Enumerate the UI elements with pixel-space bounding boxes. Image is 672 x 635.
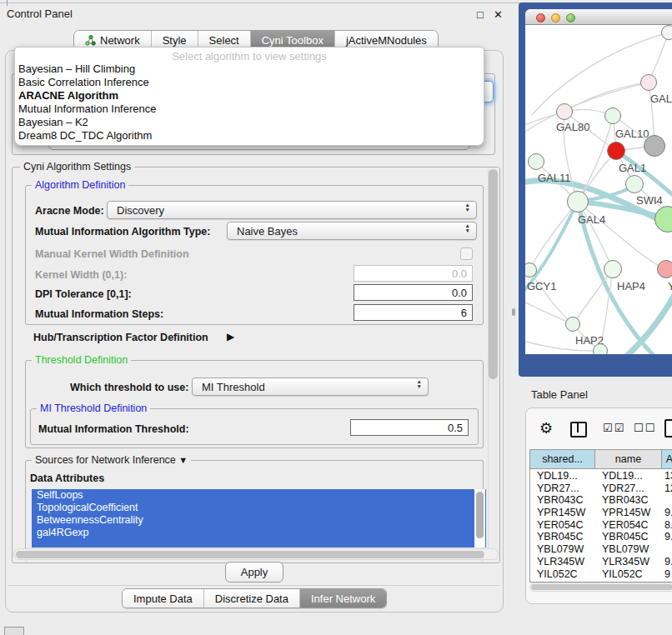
algorithm-option[interactable]: Bayesian – K2 <box>18 116 480 129</box>
table-cell: YBR045C <box>530 531 595 543</box>
tab-infer-network[interactable]: Infer Network <box>300 589 386 608</box>
table-cell <box>662 494 672 507</box>
table-row[interactable]: YER054CYER054C8. <box>530 519 672 532</box>
apply-button[interactable]: Apply <box>225 562 283 582</box>
stepper-arrows-icon: ▲▼ <box>465 223 470 233</box>
panel-splitter-handle[interactable] <box>512 308 515 316</box>
algorithm-option[interactable]: Basic Correlation Inference <box>18 76 480 89</box>
node-table: shared... name A YDL19...YDL19...13YDR27… <box>529 449 672 582</box>
table-cell: YDR27... <box>595 482 662 495</box>
column-header-extra[interactable]: A <box>662 450 672 469</box>
table-cell: YDL19... <box>530 470 595 482</box>
select-all-checks-icon[interactable]: ☑☑ <box>603 422 625 434</box>
table-row[interactable]: YPR145WYPR145W9. <box>530 507 672 519</box>
which-threshold-combobox[interactable]: MI Threshold ▲▼ <box>192 378 429 396</box>
network-node[interactable] <box>593 343 608 354</box>
algorithm-dropdown-list: Select algorithm to view settings Bayesi… <box>14 47 484 146</box>
dock-panel-icon[interactable] <box>4 627 24 635</box>
deselect-all-checks-icon[interactable]: ☐☐ <box>634 422 656 434</box>
network-node-gal4[interactable] <box>567 191 589 212</box>
close-traffic-light[interactable] <box>536 13 545 22</box>
stepper-arrows-icon: ▲▼ <box>417 379 422 389</box>
network-node-gal80[interactable] <box>556 103 573 120</box>
columns-icon[interactable] <box>570 422 587 438</box>
dropdown-placeholder: Select algorithm to view settings <box>15 50 484 62</box>
column-header-name[interactable]: name <box>595 450 662 469</box>
table-cell: 13 <box>662 470 672 482</box>
table-row[interactable]: YBR043CYBR043C <box>530 494 672 507</box>
algorithm-option[interactable]: Bayesian – Hill Climbing <box>18 62 480 76</box>
table-cell: YDL19... <box>595 470 662 482</box>
table-row[interactable]: YBL079WYBL079W <box>530 543 672 556</box>
table-cell: 9 <box>662 568 672 581</box>
table-cell: YDR27... <box>530 482 595 495</box>
network-node[interactable] <box>661 25 672 40</box>
data-attribute-item-selected[interactable]: gal4RGexp <box>32 527 486 539</box>
expand-right-icon[interactable]: ▶ <box>227 331 234 342</box>
minimize-traffic-light[interactable] <box>551 13 560 22</box>
network-window-titlebar[interactable] <box>525 9 672 25</box>
settings-hscrollbar-thumb[interactable] <box>16 551 484 558</box>
tab-impute-data[interactable]: Impute Data <box>123 589 204 608</box>
attributes-scrollbar-thumb[interactable] <box>476 492 484 538</box>
network-node-hap2[interactable] <box>565 317 580 332</box>
data-attribute-item-selected[interactable]: TopologicalCoefficient <box>32 502 486 514</box>
tab-label: Impute Data <box>133 592 193 605</box>
column-header-shared[interactable]: shared... <box>530 450 595 469</box>
mi-type-label: Mutual Information Algorithm Type: <box>35 226 210 238</box>
network-canvas[interactable]: GALGAL80GAL10GAL1GAL11SWI4GAL4GCY1HAP4YH… <box>525 25 672 354</box>
table-row[interactable]: YDR27...YDR27...12 <box>530 482 672 495</box>
manual-kernel-checkbox[interactable] <box>460 248 473 260</box>
dpi-tolerance-label: DPI Tolerance [0,1]: <box>35 288 132 300</box>
network-node-gal11[interactable] <box>528 153 544 170</box>
data-attributes-list[interactable]: SelfLoopsTopologicalCoefficientBetweenne… <box>32 489 486 548</box>
sources-title[interactable]: Sources for Network Inference ▼ <box>32 454 191 466</box>
data-attribute-item-selected[interactable]: SelfLoops <box>32 489 486 502</box>
settings-vscrollbar-thumb[interactable] <box>489 169 498 379</box>
aracne-mode-combobox[interactable]: Discovery ▲▼ <box>107 201 477 219</box>
algorithm-option[interactable]: ARACNE Algorithm <box>18 89 480 102</box>
zoom-traffic-light[interactable] <box>566 13 575 22</box>
stepper-arrows-icon: ▲▼ <box>465 202 470 212</box>
network-node-gal1[interactable] <box>607 142 625 160</box>
node-label: GAL11 <box>538 172 571 184</box>
close-icon[interactable]: ✕ <box>494 8 503 21</box>
mi-threshold-field[interactable]: 0.5 <box>350 419 469 436</box>
group-title: Cyni Algorithm Settings <box>20 161 134 172</box>
aracne-mode-value: Discovery <box>117 204 164 217</box>
table-row[interactable]: YIL052CYIL052C9 <box>530 568 672 581</box>
hub-definition-label[interactable]: Hub/Transcription Factor Definition <box>33 332 208 343</box>
network-window[interactable]: GALGAL80GAL10GAL1GAL11SWI4GAL4GCY1HAP4YH… <box>525 9 672 354</box>
network-node-gal10[interactable] <box>604 108 621 124</box>
collapse-down-icon[interactable]: ▼ <box>178 455 188 465</box>
table-cell: YBL079W <box>595 543 662 556</box>
tab-label: Style <box>163 34 187 47</box>
table-cell: YPR145W <box>595 507 662 519</box>
node-label: GAL80 <box>556 121 589 133</box>
network-node-swi4[interactable] <box>625 175 644 193</box>
table-row[interactable]: YDL19...YDL19...13 <box>530 470 672 482</box>
network-node-hap4[interactable] <box>604 260 622 278</box>
tab-label: jActiveMNodules <box>346 34 427 47</box>
algorithm-option[interactable]: Dream8 DC_TDC Algorithm <box>18 129 480 142</box>
mi-steps-field[interactable]: 6 <box>354 304 473 321</box>
tab-discretize-data[interactable]: Discretize Data <box>204 589 300 608</box>
table-row[interactable]: YLR345WYLR345W9. <box>530 556 672 568</box>
cyni-bottom-tabs: Impute Data Discretize Data Infer Networ… <box>122 588 387 608</box>
table-row[interactable]: YBR045CYBR045C9. <box>530 531 672 543</box>
network-node-gal[interactable] <box>640 74 657 91</box>
table-hscrollbar-thumb[interactable] <box>531 584 672 590</box>
network-node[interactable] <box>644 135 665 157</box>
kernel-width-field[interactable]: 0.0 <box>354 265 473 282</box>
mi-type-combobox[interactable]: Naive Bayes ▲▼ <box>227 222 477 240</box>
table-cell: 9. <box>662 507 672 519</box>
float-window-icon[interactable]: □ <box>477 8 484 21</box>
network-node-y[interactable] <box>657 260 672 278</box>
dpi-tolerance-field[interactable]: 0.0 <box>354 284 473 301</box>
table-cell: 12 <box>662 482 672 495</box>
data-attribute-item-selected[interactable]: BetweennessCentrality <box>32 514 486 527</box>
gear-icon[interactable]: ⚙ <box>539 419 553 438</box>
table-cell: 8. <box>662 519 672 532</box>
document-icon[interactable] <box>664 419 672 438</box>
algorithm-option[interactable]: Mutual Information Inference <box>18 102 480 116</box>
